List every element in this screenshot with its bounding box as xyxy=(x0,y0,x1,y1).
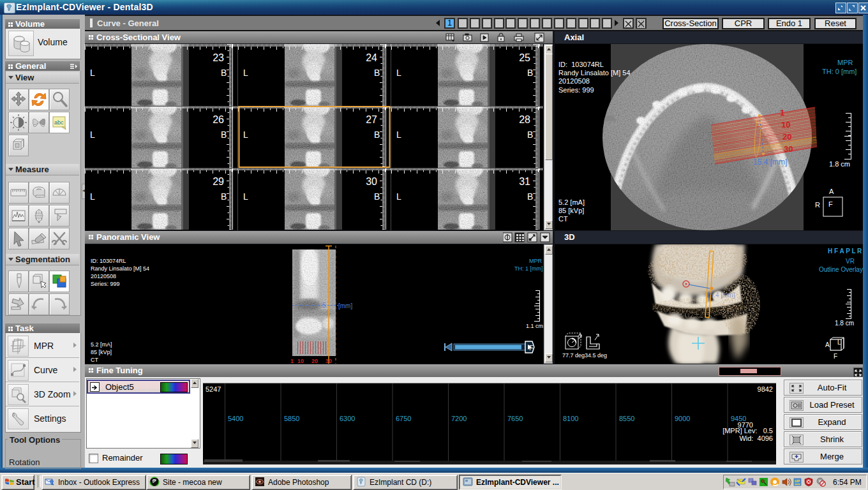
svg-text:5: 5 xyxy=(322,302,326,309)
svg-text:L: L xyxy=(243,68,248,78)
svg-text:B: B xyxy=(221,191,227,202)
svg-text:L: L xyxy=(90,68,95,78)
svg-text:B: B xyxy=(374,191,380,202)
svg-text:F: F xyxy=(529,344,534,352)
svg-text:B: B xyxy=(221,130,227,140)
svg-text:1: 1 xyxy=(780,108,784,117)
svg-text:[mm]: [mm] xyxy=(338,302,352,309)
svg-text:28: 28 xyxy=(519,114,530,125)
svg-text:15.4 [mm]: 15.4 [mm] xyxy=(753,158,787,167)
svg-text:27: 27 xyxy=(366,114,377,125)
svg-text:B: B xyxy=(221,68,227,78)
svg-text:B: B xyxy=(527,130,533,140)
svg-text:B: B xyxy=(374,130,380,140)
svg-text:1: 1 xyxy=(290,358,294,364)
svg-text:abc: abc xyxy=(54,119,64,126)
svg-text:10: 10 xyxy=(297,358,304,364)
svg-text:B: B xyxy=(527,68,533,78)
svg-text:30: 30 xyxy=(366,176,377,187)
svg-text:L: L xyxy=(396,68,401,78)
svg-text:30: 30 xyxy=(326,358,332,364)
svg-text:23: 23 xyxy=(213,52,224,63)
svg-text:HP: HP xyxy=(795,479,800,483)
svg-text:B: B xyxy=(374,68,380,78)
svg-text:L: L xyxy=(90,191,95,202)
svg-text:20: 20 xyxy=(782,132,791,142)
svg-text:L: L xyxy=(396,130,401,140)
svg-text:L: L xyxy=(243,130,248,140)
svg-text:10: 10 xyxy=(781,120,790,130)
svg-text:26: 26 xyxy=(213,114,224,125)
svg-text:24: 24 xyxy=(366,52,377,63)
svg-text:B: B xyxy=(527,191,533,202)
svg-text:L: L xyxy=(396,191,401,202)
svg-text:30: 30 xyxy=(784,144,793,154)
svg-text:29: 29 xyxy=(213,176,224,187)
svg-text:31: 31 xyxy=(519,176,530,187)
svg-text:L: L xyxy=(90,130,95,140)
svg-text:20: 20 xyxy=(311,358,318,364)
svg-text:L: L xyxy=(243,191,248,202)
svg-text:25: 25 xyxy=(519,52,530,63)
svg-text:15.4 [mm]: 15.4 [mm] xyxy=(707,292,735,299)
